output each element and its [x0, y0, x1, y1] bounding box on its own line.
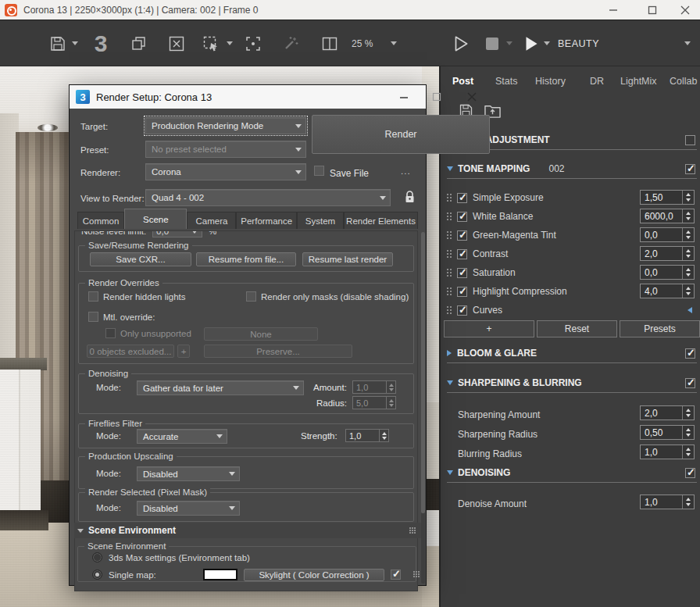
add-operator-button[interactable]: +: [444, 320, 534, 337]
tab-common[interactable]: Common: [77, 212, 124, 229]
render-selected-mode-dropdown[interactable]: Disabled: [137, 501, 240, 516]
view-to-render-dropdown[interactable]: Quad 4 - 002: [145, 189, 391, 206]
clear-image-button[interactable]: [166, 33, 188, 55]
highlight-compression-checkbox[interactable]: [457, 287, 467, 297]
curves-checkbox[interactable]: [457, 305, 467, 316]
drag-handle-icon[interactable]: [447, 269, 453, 277]
spinner-icon[interactable]: [682, 247, 694, 260]
spinner-icon[interactable]: [682, 495, 694, 509]
objects-excluded-button[interactable]: 0 objects excluded...: [87, 345, 174, 358]
sharpening-checkbox[interactable]: [685, 378, 695, 388]
spinner-icon[interactable]: [682, 228, 694, 241]
dialog-resize-grip-icon[interactable]: [413, 571, 420, 578]
environment-map-enabled-checkbox[interactable]: [391, 570, 401, 580]
spinner-icon[interactable]: [682, 191, 694, 204]
zoom-caret-icon[interactable]: [391, 41, 397, 45]
drag-handle-icon[interactable]: [447, 231, 453, 240]
env-3dsmax-radio[interactable]: [92, 552, 102, 562]
denoise-amount-field[interactable]: 1,0: [640, 495, 695, 509]
collapse-arrow-icon[interactable]: [447, 380, 453, 385]
white-balance-checkbox[interactable]: [457, 212, 467, 222]
ab-compare-button[interactable]: [319, 33, 341, 55]
environment-color-swatch[interactable]: [203, 569, 238, 580]
expand-arrow-icon[interactable]: [447, 350, 452, 356]
denoising-mode-dropdown[interactable]: Gather data for later: [137, 380, 304, 395]
tab-lightmix[interactable]: LightMix: [620, 73, 657, 90]
upscaling-mode-dropdown[interactable]: Disabled: [137, 466, 240, 481]
fireflies-strength-field[interactable]: 1,0: [345, 429, 389, 442]
simple-exposure-field[interactable]: 1,50: [640, 190, 695, 205]
render-hidden-lights-checkbox[interactable]: [88, 291, 98, 302]
dialog-close-button[interactable]: [459, 85, 485, 109]
env-single-map-radio[interactable]: [92, 570, 102, 580]
save-file-checkbox[interactable]: [314, 166, 324, 176]
noise-level-field[interactable]: 0,0: [152, 231, 202, 237]
denoising-checkbox[interactable]: [685, 468, 695, 478]
lock-view-button[interactable]: [401, 187, 418, 207]
tab-scene[interactable]: Scene: [124, 209, 187, 229]
only-unsupported-checkbox[interactable]: [105, 328, 116, 338]
spinner-icon[interactable]: [682, 209, 694, 223]
bloom-glare-checkbox[interactable]: [685, 348, 695, 359]
simple-exposure-checkbox[interactable]: [457, 193, 467, 203]
dialog-titlebar[interactable]: 3 Render Setup: Corona 13: [70, 85, 426, 109]
zoom-level-control[interactable]: 25 %: [352, 37, 373, 51]
spinner-icon[interactable]: [386, 381, 395, 393]
denoising-amount-field[interactable]: 1,0: [352, 380, 396, 394]
collapse-arrow-icon[interactable]: [447, 470, 453, 475]
tab-render-elements[interactable]: Render Elements: [344, 212, 418, 229]
channel-selector[interactable]: BEAUTY: [558, 37, 599, 51]
dialog-maximize-button[interactable]: [421, 85, 452, 109]
spinner-icon[interactable]: [379, 430, 388, 441]
drag-handle-icon[interactable]: [447, 194, 453, 202]
white-balance-field[interactable]: 6000,0: [640, 209, 695, 223]
drag-handle-icon[interactable]: [447, 287, 453, 296]
maximize-button[interactable]: [639, 0, 666, 20]
render-interactive-button[interactable]: [450, 33, 472, 55]
tab-dr[interactable]: DR: [590, 73, 604, 90]
tab-system[interactable]: System: [297, 212, 344, 229]
denoising-radius-field[interactable]: 5,0: [352, 396, 396, 409]
sharpening-amount-field[interactable]: 2,0: [640, 405, 695, 420]
channel-caret-icon[interactable]: [684, 41, 691, 45]
contrast-checkbox[interactable]: [457, 249, 467, 259]
scrollbar-thumb[interactable]: [421, 232, 425, 513]
render-only-masks-checkbox[interactable]: [246, 291, 256, 302]
scene-environment-rollout-header[interactable]: Scene Environment: [74, 523, 423, 538]
minimize-button[interactable]: [600, 0, 627, 20]
drag-handle-icon[interactable]: [447, 306, 453, 315]
lightmix-wand-button-disabled[interactable]: [280, 33, 302, 55]
auto-adjustment-checkbox[interactable]: [685, 135, 695, 145]
save-file-more-button[interactable]: ...: [401, 166, 411, 176]
collapse-arrow-icon[interactable]: [447, 166, 453, 171]
presets-button[interactable]: Presets: [620, 320, 700, 337]
environment-map-button[interactable]: Skylight ( Color Correction ): [244, 569, 384, 581]
spinner-icon[interactable]: [682, 266, 694, 279]
fireflies-mode-dropdown[interactable]: Accurate: [137, 429, 227, 444]
stop-options-caret-icon[interactable]: [506, 41, 512, 45]
spinner-icon[interactable]: [682, 426, 694, 439]
tab-history[interactable]: History: [535, 73, 566, 90]
green-magenta-field[interactable]: 0,0: [640, 227, 695, 242]
spinner-icon[interactable]: [682, 406, 694, 420]
curves-expand-arrow-icon[interactable]: [688, 307, 692, 313]
rollout-grip-icon[interactable]: [409, 527, 416, 534]
tab-stats[interactable]: Stats: [495, 73, 518, 90]
preserve-button[interactable]: Preserve...: [204, 345, 352, 358]
spinner-icon[interactable]: [682, 445, 694, 459]
stop-render-button[interactable]: [484, 36, 500, 52]
region-render-button[interactable]: [200, 33, 222, 55]
spinner-icon[interactable]: [386, 397, 395, 409]
drag-handle-icon[interactable]: [447, 250, 453, 259]
renderer-dropdown[interactable]: Corona: [145, 163, 306, 180]
target-dropdown[interactable]: Production Rendering Mode: [145, 117, 306, 134]
sharpening-radius-field[interactable]: 0,50: [640, 425, 695, 440]
close-button[interactable]: [672, 0, 698, 20]
duplicate-to-history-button[interactable]: [128, 33, 150, 55]
add-excluded-button[interactable]: +: [177, 345, 190, 358]
resume-last-render-button[interactable]: Resume last render: [302, 252, 393, 266]
blurring-radius-field[interactable]: 1,0: [640, 445, 695, 459]
region-options-caret-icon[interactable]: [227, 41, 233, 45]
resume-from-file-button[interactable]: Resume from file...: [196, 252, 296, 266]
saturation-field[interactable]: 0,0: [640, 265, 695, 280]
